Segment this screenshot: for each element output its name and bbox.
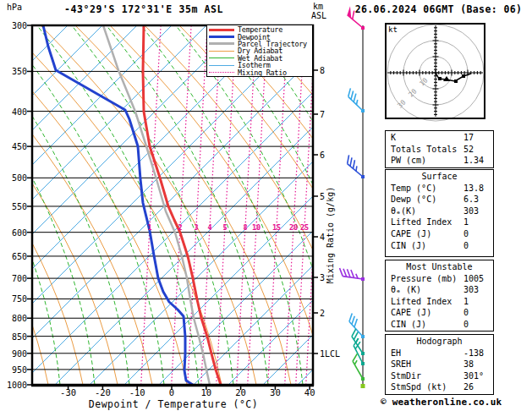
dry-adiabat-line xyxy=(6,25,222,385)
wind-barb-station-dot xyxy=(361,26,365,30)
panel-row-value: 17 xyxy=(463,132,474,144)
wet-adiabat-line xyxy=(488,25,532,385)
pressure-axis-label: 700 xyxy=(5,274,27,283)
dewpoint-legend-line xyxy=(209,36,234,38)
km-axis-label: 2 xyxy=(320,309,325,318)
panel-row: PW (cm)1.34 xyxy=(391,155,493,167)
pressure-axis-label: 550 xyxy=(5,201,27,211)
pressure-axis-label: 850 xyxy=(5,332,27,341)
pressure-axis-label: 650 xyxy=(5,251,27,260)
panel-row: CAPE (J)0 xyxy=(391,307,493,319)
mixing-ratio-value-label: 25 xyxy=(300,223,309,232)
legend-item: Mixing Ratio xyxy=(209,68,312,75)
panel-row-label: Lifted Index xyxy=(391,296,493,308)
dry-adiabat-legend-line xyxy=(209,51,234,52)
x-axis-title: Dewpoint / Temperature (°C) xyxy=(51,398,296,410)
panel-row: K17 xyxy=(391,132,493,144)
pressure-axis-label: 300 xyxy=(5,21,27,30)
dry-adiabat-line xyxy=(0,25,187,385)
wind-barb xyxy=(345,88,368,111)
panel-row: Totals Totals52 xyxy=(391,144,493,156)
panel-row: θₑ (K)303 xyxy=(391,284,493,296)
panel-box: HodographEH-138SREH38StmDir301°StmSpd (k… xyxy=(385,334,494,395)
panel-row-value: 0 xyxy=(463,240,469,252)
panel-row-value: 303 xyxy=(463,206,479,217)
wind-barb xyxy=(344,155,368,177)
skewt-page: 12345810152025 hPa -43°29'S 172°31'E 35m… xyxy=(0,0,532,411)
panel-row: StmDir301° xyxy=(391,370,493,382)
mixing-ratio-value-label: 5 xyxy=(222,223,227,232)
panel-row: SREH38 xyxy=(391,359,493,370)
panel-row-label: CIN (J) xyxy=(391,319,493,331)
mixing-ratio-value-label: 10 xyxy=(252,223,261,232)
wind-barb-station-dot xyxy=(361,362,365,365)
isotherm-line xyxy=(0,25,310,385)
temperature-axis-label: 20 xyxy=(235,387,246,397)
pressure-axis-label: 800 xyxy=(5,314,27,323)
pressure-unit-label: hPa xyxy=(7,3,22,12)
km-unit-label: km xyxy=(313,2,323,11)
pressure-axis-label: 950 xyxy=(5,364,27,374)
panel-row: CAPE (J)0 xyxy=(391,228,493,240)
panel-box-title: Most Unstable xyxy=(391,261,488,273)
asl-unit-label: ASL xyxy=(311,11,326,20)
mixing-ratio-value-label: 8 xyxy=(243,223,247,232)
panel-row-label: CAPE (J) xyxy=(391,307,493,319)
panel-box-title: Hodograph xyxy=(391,336,488,348)
panel-row-label: Totals Totals xyxy=(391,144,493,156)
hodograph-marker-square xyxy=(438,77,442,80)
pressure-axis-label: 1000 xyxy=(5,381,27,390)
panel-row-value: 38 xyxy=(463,359,474,370)
panel-row: θₑ(K)303 xyxy=(391,206,493,217)
panel-row: Pressure (mb)1005 xyxy=(391,273,493,285)
km-axis-label: 7 xyxy=(320,110,325,119)
pressure-axis-label: 400 xyxy=(5,107,27,116)
wind-barb-station-dot xyxy=(361,352,365,355)
panel-row-value: 0 xyxy=(463,228,469,240)
temperature-axis-label: 10 xyxy=(200,387,211,397)
pressure-axis-label: 750 xyxy=(5,294,27,304)
mixing-ratio-value-label: 2 xyxy=(178,223,182,232)
surface-wind-square xyxy=(361,384,365,388)
wind-barb-station-dot xyxy=(361,335,365,338)
panel-row-label: SREH xyxy=(391,359,493,370)
pressure-axis-label: 350 xyxy=(5,67,27,76)
panel-row: CIN (J)0 xyxy=(391,240,493,252)
pressure-axis-label: 900 xyxy=(5,348,27,358)
panel-box: K17Totals Totals52PW (cm)1.34 xyxy=(385,130,494,168)
mixing-ratio-axis-title: Mixing Ratio (g/kg) xyxy=(326,187,335,283)
temperature-axis-label: -10 xyxy=(129,387,145,397)
km-axis-label: 1LCL xyxy=(320,349,340,359)
wind-barb xyxy=(338,268,364,279)
temperature-axis-label: -30 xyxy=(60,387,76,397)
panel-box-title: Surface xyxy=(391,171,488,183)
legend: TemperatureDewpointParcel TrajectoryDry … xyxy=(206,25,313,77)
temperature-axis-label: 30 xyxy=(270,387,281,397)
page-title: -43°29'S 172°31'E 35m ASL xyxy=(34,3,254,15)
panel-row-value: -138 xyxy=(463,348,484,359)
isotherm-line xyxy=(506,25,532,385)
parcel-trajectory-curve xyxy=(103,25,210,385)
panel-row-value: 13.8 xyxy=(463,183,484,195)
panel-row-value: 1.34 xyxy=(463,155,484,167)
km-axis-label: 8 xyxy=(320,66,325,75)
pressure-axis-label: 450 xyxy=(5,142,27,151)
mixing-ratio-line xyxy=(268,25,288,385)
km-axis-label: 5 xyxy=(320,192,325,201)
mixing-ratio-value-label: 4 xyxy=(207,223,211,232)
panel-row-label: Lifted Index xyxy=(391,216,493,228)
panel-row-value: 26 xyxy=(463,381,474,393)
km-axis-label: 3 xyxy=(320,273,325,282)
mixing-ratio-legend-line xyxy=(209,72,234,73)
panel-row: CIN (J)0 xyxy=(391,319,493,331)
panel-row-value: 1005 xyxy=(463,273,484,285)
footer-credit: © weatheronline.co.uk xyxy=(381,397,502,408)
temperature-axis-label: 0 xyxy=(169,387,174,397)
wind-barb-station-dot xyxy=(361,377,365,381)
wind-barb-station-dot xyxy=(361,175,365,178)
panel-box: SurfaceTemp (°C)13.8Dewp (°C)6.3θₑ(K)303… xyxy=(385,169,494,257)
wind-barb-station-dot xyxy=(361,277,365,281)
panel-row: EH-138 xyxy=(391,348,493,359)
panel-row: Temp (°C)13.8 xyxy=(391,183,493,195)
panel-row-value: 0 xyxy=(463,307,469,319)
